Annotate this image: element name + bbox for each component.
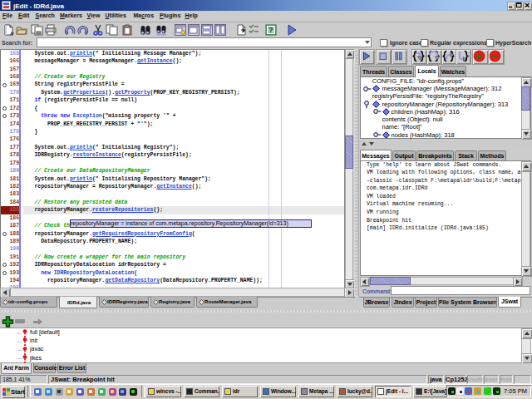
svg-text:?: ? <box>268 26 273 34</box>
